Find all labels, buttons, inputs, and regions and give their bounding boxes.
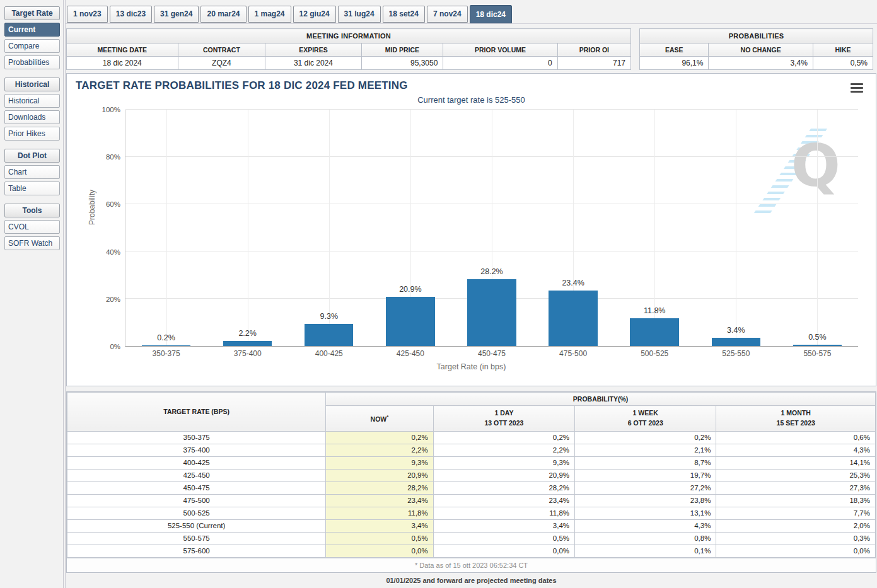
tab-18-set24[interactable]: 18 set24 bbox=[383, 6, 425, 23]
sidebar-item-compare[interactable]: Compare bbox=[4, 39, 60, 53]
chart-subtitle: Current target rate is 525-550 bbox=[76, 95, 867, 105]
bar-value-label: 2.2% bbox=[190, 329, 305, 338]
bar-400-425[interactable] bbox=[305, 324, 353, 346]
week-value: 0,8% bbox=[575, 532, 716, 545]
x-axis-title: Target Rate (in bps) bbox=[76, 362, 867, 371]
probability-detail-container: TARGET RATE (BPS) PROBABILITY(%) NOW* 1 … bbox=[66, 391, 876, 573]
month-value: 0,3% bbox=[716, 532, 876, 545]
chart-menu-icon[interactable] bbox=[851, 81, 863, 95]
bar-500-525[interactable] bbox=[630, 318, 678, 346]
table-row-525-550-Current-: 525-550 (Current)3,4%3,4%4,3%2,0% bbox=[67, 519, 876, 532]
date-column-line1: 1 WEEK bbox=[578, 408, 713, 418]
bar-525-550[interactable] bbox=[712, 338, 760, 346]
sidebar-item-table[interactable]: Table bbox=[4, 182, 60, 195]
bar-375-400[interactable] bbox=[223, 341, 272, 346]
week-value: 0,2% bbox=[575, 431, 716, 444]
row-label: 500-525 bbox=[67, 507, 326, 519]
tab-18-dic24[interactable]: 18 dic24 bbox=[470, 5, 512, 23]
x-tick-475-500: 475-500 bbox=[533, 349, 614, 358]
tab-7-nov24[interactable]: 7 nov24 bbox=[427, 6, 468, 23]
row-label: 525-550 (Current) bbox=[67, 519, 326, 532]
bar-550-575[interactable] bbox=[793, 345, 842, 346]
probability-detail-rows: 350-3750,2%0,2%0,2%0,6%375-4002,2%2,2%2,… bbox=[67, 431, 876, 557]
y-tick-40%: 40% bbox=[106, 248, 120, 256]
table-row-400-425: 400-4259,3%9,3%8,7%14,1% bbox=[67, 456, 876, 469]
y-axis-ticks: 0%20%40%60%80%100% bbox=[92, 110, 125, 347]
meeting-information-headers: MEETING DATECONTRACTEXPIRESMID PRICEPRIO… bbox=[67, 43, 631, 57]
x-tick-500-525: 500-525 bbox=[614, 349, 695, 358]
vertical-gridline bbox=[166, 110, 167, 346]
sidebar-section-header-tools: Tools bbox=[4, 204, 60, 217]
now-value: 0,0% bbox=[326, 545, 434, 557]
y-axis-title: Probability bbox=[76, 110, 92, 347]
bar-value-label: 20.9% bbox=[354, 285, 468, 294]
meeting-information-title: MEETING INFORMATION bbox=[67, 29, 631, 43]
bar-slot-375-400: 2.2% bbox=[207, 110, 288, 346]
meeting-info-val-3: 95,3050 bbox=[361, 57, 443, 70]
probabilities-table: PROBABILITIES EASENO CHANGEHIKE 96,1%3,4… bbox=[639, 28, 873, 70]
week-value: 13,1% bbox=[575, 507, 716, 519]
week-value: 4,3% bbox=[575, 519, 716, 532]
tab-1-mag24[interactable]: 1 mag24 bbox=[248, 6, 291, 23]
sidebar-section-header-historical: Historical bbox=[4, 78, 60, 91]
probabilities-col-0: EASE bbox=[640, 43, 709, 57]
bar-slot-400-425: 9.3% bbox=[288, 110, 369, 346]
meeting-info-col-1: CONTRACT bbox=[178, 43, 265, 57]
tab-1-nov23[interactable]: 1 nov23 bbox=[67, 6, 108, 23]
meeting-info-val-2: 31 dic 2024 bbox=[265, 57, 361, 70]
bar-value-label: 0.5% bbox=[760, 333, 874, 342]
now-value: 3,4% bbox=[326, 519, 434, 532]
bar-425-450[interactable] bbox=[386, 297, 434, 346]
meeting-date-tabs: 1 nov2313 dic2331 gen2420 mar241 mag2412… bbox=[66, 0, 877, 24]
tab-31-lug24[interactable]: 31 lug24 bbox=[338, 6, 381, 23]
sidebar-item-cvol[interactable]: CVOL bbox=[4, 220, 60, 234]
main-content: MEETING INFORMATION MEETING DATECONTRACT… bbox=[66, 24, 877, 588]
sidebar-item-historical[interactable]: Historical bbox=[4, 94, 60, 108]
week-value: 27,2% bbox=[575, 481, 716, 494]
now-value: 20,9% bbox=[326, 469, 434, 481]
sidebar-item-sofr-watch[interactable]: SOFR Watch bbox=[4, 236, 60, 250]
bar-slot-500-525: 11.8% bbox=[614, 110, 695, 346]
vertical-gridline bbox=[329, 110, 330, 346]
probabilities-val-0: 96,1% bbox=[640, 57, 709, 70]
meeting-information-table: MEETING INFORMATION MEETING DATECONTRACT… bbox=[66, 28, 631, 70]
bar-450-475[interactable] bbox=[467, 279, 516, 346]
bar-350-375[interactable] bbox=[142, 345, 190, 346]
table-row-350-375: 350-3750,2%0,2%0,2%0,6% bbox=[67, 431, 876, 444]
x-tick-350-375: 350-375 bbox=[125, 349, 207, 358]
sidebar-item-chart[interactable]: Chart bbox=[4, 165, 60, 179]
bar-slot-550-575: 0.5% bbox=[777, 110, 858, 346]
x-tick-525-550: 525-550 bbox=[695, 349, 777, 358]
tab-13-dic23[interactable]: 13 dic23 bbox=[110, 6, 152, 23]
table-row-475-500: 475-50023,4%23,4%23,8%18,3% bbox=[67, 494, 876, 507]
now-value: 0,5% bbox=[326, 532, 434, 545]
tab-20-mar24[interactable]: 20 mar24 bbox=[200, 6, 246, 23]
meeting-info-col-2: EXPIRES bbox=[265, 43, 361, 57]
tab-31-gen24[interactable]: 31 gen24 bbox=[154, 6, 199, 23]
week-value: 8,7% bbox=[575, 456, 716, 469]
now-value: 9,3% bbox=[326, 456, 434, 469]
table-row-425-450: 425-45020,9%20,9%19,7%25,3% bbox=[67, 469, 876, 481]
day-value: 0,2% bbox=[433, 431, 574, 444]
sidebar-item-prior-hikes[interactable]: Prior Hikes bbox=[4, 127, 60, 141]
vertical-gridline bbox=[736, 110, 736, 346]
data-as-of-footnote: * Data as of 15 ott 2023 06:52:34 CT bbox=[67, 558, 876, 572]
probability-detail-table: TARGET RATE (BPS) PROBABILITY(%) NOW* 1 … bbox=[67, 392, 876, 558]
day-value: 28,2% bbox=[433, 481, 574, 494]
month-value: 27,3% bbox=[716, 481, 876, 494]
week-value: 0,1% bbox=[575, 545, 716, 557]
row-label: 550-575 bbox=[67, 532, 326, 545]
fedwatch-page: Target RateCurrentCompareProbabilitiesHi… bbox=[0, 0, 877, 588]
chart-plot-row: Probability 0%20%40%60%80%100% Q 0.2%2.2… bbox=[76, 110, 867, 347]
date-column-header-1: 1 WEEK6 OTT 2023 bbox=[575, 406, 716, 432]
probabilities-col-2: HIKE bbox=[813, 43, 873, 57]
tab-12-giu24[interactable]: 12 giu24 bbox=[293, 6, 336, 23]
now-value: 28,2% bbox=[326, 481, 434, 494]
sidebar-item-downloads[interactable]: Downloads bbox=[4, 110, 60, 124]
table-row-500-525: 500-52511,8%11,8%13,1%7,7% bbox=[67, 507, 876, 519]
sidebar-item-current[interactable]: Current bbox=[4, 23, 60, 37]
sidebar-item-probabilities[interactable]: Probabilities bbox=[4, 55, 60, 69]
bar-475-500[interactable] bbox=[549, 291, 597, 346]
plot-area: Q 0.2%2.2%9.3%20.9%28.2%23.4%11.8%3.4%0.… bbox=[125, 110, 858, 347]
x-tick-450-475: 450-475 bbox=[451, 349, 532, 358]
